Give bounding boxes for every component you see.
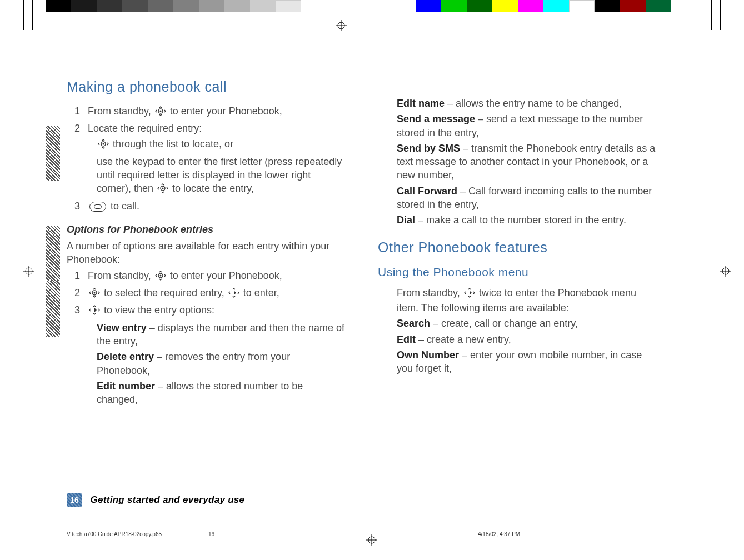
- step-2a: through the list to locate, or: [97, 137, 344, 152]
- chapter-title: Getting started and everyday use: [90, 494, 244, 505]
- step-text: to enter your Phonebook,: [167, 270, 282, 281]
- opt-val: – allows the entry name to be changed,: [445, 98, 622, 109]
- nav-key-icon: [89, 288, 100, 301]
- subheading-options: Options for Phonebook entries: [67, 223, 344, 236]
- step-3: 3 to call.: [74, 199, 344, 213]
- opt-edit-number: Edit number – allows the stored number t…: [97, 379, 344, 407]
- menu-val: – create, call or change an entry,: [430, 318, 578, 329]
- step-text: to enter your Phonebook,: [167, 106, 282, 117]
- footer: 16 Getting started and everyday use: [67, 493, 656, 507]
- grayscale-bar: [46, 0, 301, 12]
- registration-mark-icon: [23, 266, 34, 277]
- right-column: Edit name – allows the entry name to be …: [378, 78, 656, 408]
- nav-key-icon: [98, 139, 109, 152]
- step-text: to call.: [108, 201, 139, 212]
- step-number: 3: [74, 303, 88, 318]
- step-number: 2: [74, 122, 88, 135]
- menu-search: Search – create, call or change an entry…: [397, 317, 656, 330]
- nav-key-icon: [155, 271, 166, 284]
- svg-point-21: [94, 292, 96, 294]
- menu-val: – create a new entry,: [416, 334, 511, 345]
- menu-key: Own Number: [397, 349, 459, 361]
- step-number: 3: [74, 199, 88, 213]
- step-1: 1 From standby, to enter your Phonebook,: [74, 104, 344, 119]
- thumb-tab: [46, 226, 60, 281]
- color-bar: [416, 0, 671, 12]
- step-text: to view the entry options:: [101, 304, 214, 316]
- svg-point-19: [159, 274, 161, 276]
- crop-mark: [711, 0, 712, 30]
- step-text: From standby,: [88, 106, 154, 117]
- call-key-icon: [89, 202, 106, 212]
- nav-right-icon: [464, 288, 475, 301]
- doc-page: 16: [208, 531, 214, 537]
- opt-key: View entry: [97, 322, 147, 333]
- svg-point-15: [103, 143, 104, 145]
- option-step-3: 3 to view the entry options:: [74, 303, 344, 318]
- nav-right-icon: [228, 288, 239, 301]
- step-number: 1: [74, 269, 88, 284]
- menu-key: Edit: [397, 334, 416, 345]
- step-2b: use the keypad to enter the first letter…: [97, 155, 344, 197]
- text: From standby,: [397, 287, 463, 298]
- opt-key: Send by SMS: [397, 143, 460, 154]
- step-text: through the list to locate, or: [110, 138, 233, 149]
- opt-key: Dial: [397, 214, 415, 226]
- registration-mark-icon: [720, 266, 731, 277]
- thumb-tab: [46, 126, 60, 181]
- svg-point-17: [162, 188, 164, 189]
- content: Making a phonebook call 1 From standby, …: [67, 78, 656, 408]
- opt-dial: Dial – make a call to the number stored …: [397, 213, 656, 227]
- heading-making-call: Making a phonebook call: [67, 78, 344, 97]
- menu-own-number: Own Number – enter your own mobile numbe…: [397, 348, 656, 376]
- thumb-tab: [46, 281, 60, 337]
- opt-key: Delete entry: [97, 351, 154, 362]
- opt-val: – make a call to the number stored in th…: [415, 214, 626, 226]
- crop-mark: [23, 0, 24, 30]
- step-text: Locate the required entry:: [88, 122, 344, 135]
- nav-right-icon: [89, 305, 100, 318]
- step-number: 1: [74, 104, 88, 119]
- opt-send-sms: Send by SMS – transmit the Phonebook ent…: [397, 142, 656, 182]
- option-step-2: 2 to select the required entry, to enter…: [74, 286, 344, 301]
- opt-key: Call Forward: [397, 186, 457, 197]
- heading-phonebook-menu: Using the Phonebook menu: [378, 264, 656, 280]
- opt-delete: Delete entry – removes the entry from yo…: [97, 350, 344, 377]
- step-text: to enter,: [241, 287, 279, 298]
- step-text: to select the required entry,: [101, 287, 227, 298]
- heading-other-features: Other Phonebook features: [378, 238, 656, 257]
- doc-filename: V tech a700 Guide APR18-02copy.p65: [67, 531, 162, 537]
- svg-point-13: [159, 110, 161, 112]
- opt-key: Send a message: [397, 113, 475, 124]
- left-column: Making a phonebook call 1 From standby, …: [67, 78, 344, 408]
- opt-send-message: Send a message – send a text message to …: [397, 112, 656, 139]
- page-number-badge: 16: [67, 493, 82, 507]
- doc-meta: V tech a700 Guide APR18-02copy.p65 16 4/…: [67, 531, 656, 537]
- opt-key: Edit name: [397, 98, 445, 109]
- page: Making a phonebook call 1 From standby, …: [0, 0, 744, 560]
- menu-edit: Edit – create a new entry,: [397, 333, 656, 346]
- step-text: From standby,: [88, 270, 154, 281]
- registration-mark-icon: [336, 20, 347, 31]
- step-2: 2 Locate the required entry:: [74, 122, 344, 135]
- menu-key: Search: [397, 318, 430, 329]
- nav-key-icon: [155, 106, 166, 119]
- nav-key-icon: [157, 183, 168, 197]
- option-step-1: 1 From standby, to enter your Phonebook,: [74, 269, 344, 284]
- options-intro: A number of options are available for ea…: [67, 239, 344, 267]
- crop-mark: [720, 0, 721, 30]
- menu-intro: From standby, twice to enter the Phonebo…: [397, 286, 656, 315]
- doc-date: 4/18/02, 4:37 PM: [478, 531, 520, 537]
- opt-call-forward: Call Forward – Call forward incoming cal…: [397, 184, 656, 212]
- opt-key: Edit number: [97, 381, 155, 392]
- step-number: 2: [74, 286, 88, 301]
- opt-edit-name: Edit name – allows the entry name to be …: [397, 97, 656, 110]
- step-text: to locate the entry,: [169, 183, 254, 194]
- crop-mark: [32, 0, 33, 30]
- opt-view: View entry – displays the number and the…: [97, 321, 344, 348]
